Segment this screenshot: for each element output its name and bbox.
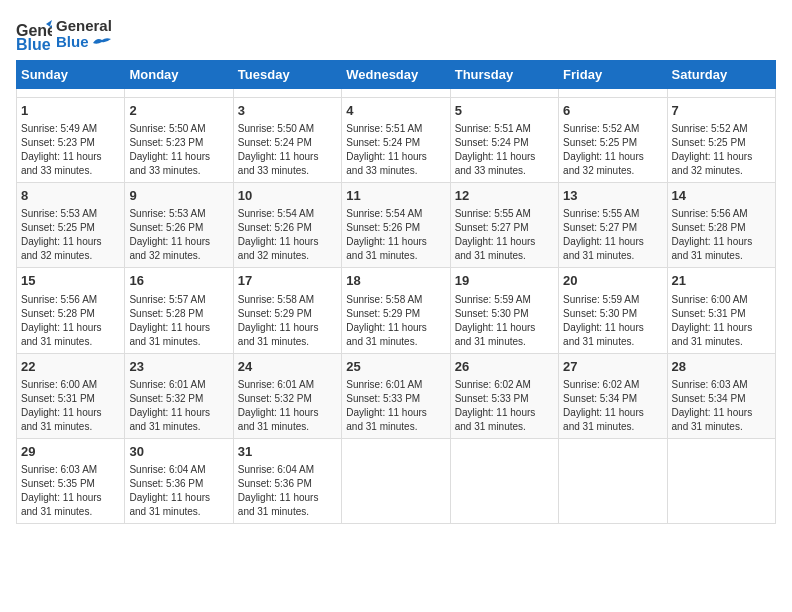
- day-number: 30: [129, 443, 228, 461]
- daylight-text: Daylight: 11 hours and 31 minutes.: [238, 321, 337, 349]
- day-number: 4: [346, 102, 445, 120]
- daylight-text: Daylight: 11 hours and 32 minutes.: [563, 150, 662, 178]
- sunrise-text: Sunrise: 5:56 AM: [672, 207, 771, 221]
- sunrise-text: Sunrise: 5:55 AM: [455, 207, 554, 221]
- sunrise-text: Sunrise: 5:55 AM: [563, 207, 662, 221]
- day-number: 18: [346, 272, 445, 290]
- day-number: 24: [238, 358, 337, 376]
- day-cell: 17Sunrise: 5:58 AMSunset: 5:29 PMDayligh…: [233, 268, 341, 353]
- sunset-text: Sunset: 5:33 PM: [455, 392, 554, 406]
- daylight-text: Daylight: 11 hours and 31 minutes.: [563, 406, 662, 434]
- logo: General Blue General Blue: [16, 16, 112, 52]
- day-cell: [559, 438, 667, 523]
- day-number: 25: [346, 358, 445, 376]
- day-number: 31: [238, 443, 337, 461]
- day-cell: 19Sunrise: 5:59 AMSunset: 5:30 PMDayligh…: [450, 268, 558, 353]
- logo-general: General: [56, 18, 112, 35]
- daylight-text: Daylight: 11 hours and 31 minutes.: [455, 235, 554, 263]
- day-cell: 10Sunrise: 5:54 AMSunset: 5:26 PMDayligh…: [233, 183, 341, 268]
- sunrise-text: Sunrise: 6:01 AM: [346, 378, 445, 392]
- day-cell: 16Sunrise: 5:57 AMSunset: 5:28 PMDayligh…: [125, 268, 233, 353]
- daylight-text: Daylight: 11 hours and 31 minutes.: [129, 491, 228, 519]
- sunrise-text: Sunrise: 5:59 AM: [455, 293, 554, 307]
- day-number: 1: [21, 102, 120, 120]
- day-number: 22: [21, 358, 120, 376]
- sunrise-text: Sunrise: 5:50 AM: [238, 122, 337, 136]
- col-header-thursday: Thursday: [450, 61, 558, 89]
- day-cell: [667, 89, 775, 98]
- week-row-4: 22Sunrise: 6:00 AMSunset: 5:31 PMDayligh…: [17, 353, 776, 438]
- daylight-text: Daylight: 11 hours and 31 minutes.: [21, 321, 120, 349]
- daylight-text: Daylight: 11 hours and 32 minutes.: [238, 235, 337, 263]
- daylight-text: Daylight: 11 hours and 32 minutes.: [129, 235, 228, 263]
- day-cell: 18Sunrise: 5:58 AMSunset: 5:29 PMDayligh…: [342, 268, 450, 353]
- day-cell: [233, 89, 341, 98]
- day-number: 29: [21, 443, 120, 461]
- day-cell: [17, 89, 125, 98]
- sunset-text: Sunset: 5:30 PM: [455, 307, 554, 321]
- sunset-text: Sunset: 5:32 PM: [238, 392, 337, 406]
- daylight-text: Daylight: 11 hours and 31 minutes.: [346, 235, 445, 263]
- day-number: 28: [672, 358, 771, 376]
- sunset-text: Sunset: 5:25 PM: [672, 136, 771, 150]
- sunrise-text: Sunrise: 5:56 AM: [21, 293, 120, 307]
- sunset-text: Sunset: 5:27 PM: [455, 221, 554, 235]
- sunset-text: Sunset: 5:36 PM: [238, 477, 337, 491]
- day-cell: [559, 89, 667, 98]
- sunset-text: Sunset: 5:25 PM: [21, 221, 120, 235]
- sunrise-text: Sunrise: 5:52 AM: [563, 122, 662, 136]
- day-number: 16: [129, 272, 228, 290]
- daylight-text: Daylight: 11 hours and 32 minutes.: [672, 150, 771, 178]
- col-header-monday: Monday: [125, 61, 233, 89]
- sunset-text: Sunset: 5:26 PM: [238, 221, 337, 235]
- daylight-text: Daylight: 11 hours and 31 minutes.: [672, 406, 771, 434]
- week-row-1: 1Sunrise: 5:49 AMSunset: 5:23 PMDaylight…: [17, 98, 776, 183]
- sunset-text: Sunset: 5:26 PM: [129, 221, 228, 235]
- day-number: 19: [455, 272, 554, 290]
- sunrise-text: Sunrise: 6:04 AM: [129, 463, 228, 477]
- day-cell: 22Sunrise: 6:00 AMSunset: 5:31 PMDayligh…: [17, 353, 125, 438]
- sunset-text: Sunset: 5:24 PM: [238, 136, 337, 150]
- bird-icon: [93, 37, 111, 49]
- daylight-text: Daylight: 11 hours and 33 minutes.: [238, 150, 337, 178]
- col-header-tuesday: Tuesday: [233, 61, 341, 89]
- sunset-text: Sunset: 5:33 PM: [346, 392, 445, 406]
- daylight-text: Daylight: 11 hours and 31 minutes.: [129, 406, 228, 434]
- day-cell: [125, 89, 233, 98]
- sunset-text: Sunset: 5:26 PM: [346, 221, 445, 235]
- day-cell: 14Sunrise: 5:56 AMSunset: 5:28 PMDayligh…: [667, 183, 775, 268]
- sunset-text: Sunset: 5:34 PM: [672, 392, 771, 406]
- daylight-text: Daylight: 11 hours and 31 minutes.: [563, 235, 662, 263]
- daylight-text: Daylight: 11 hours and 31 minutes.: [563, 321, 662, 349]
- sunset-text: Sunset: 5:36 PM: [129, 477, 228, 491]
- sunrise-text: Sunrise: 5:57 AM: [129, 293, 228, 307]
- day-cell: 25Sunrise: 6:01 AMSunset: 5:33 PMDayligh…: [342, 353, 450, 438]
- svg-text:Blue: Blue: [16, 36, 51, 52]
- sunrise-text: Sunrise: 6:04 AM: [238, 463, 337, 477]
- day-cell: 29Sunrise: 6:03 AMSunset: 5:35 PMDayligh…: [17, 438, 125, 523]
- day-cell: 6Sunrise: 5:52 AMSunset: 5:25 PMDaylight…: [559, 98, 667, 183]
- sunrise-text: Sunrise: 5:53 AM: [21, 207, 120, 221]
- header-row: SundayMondayTuesdayWednesdayThursdayFrid…: [17, 61, 776, 89]
- sunrise-text: Sunrise: 5:50 AM: [129, 122, 228, 136]
- sunset-text: Sunset: 5:31 PM: [672, 307, 771, 321]
- day-cell: 12Sunrise: 5:55 AMSunset: 5:27 PMDayligh…: [450, 183, 558, 268]
- day-cell: 26Sunrise: 6:02 AMSunset: 5:33 PMDayligh…: [450, 353, 558, 438]
- logo-icon: General Blue: [16, 16, 52, 52]
- sunset-text: Sunset: 5:29 PM: [346, 307, 445, 321]
- day-number: 26: [455, 358, 554, 376]
- day-cell: 27Sunrise: 6:02 AMSunset: 5:34 PMDayligh…: [559, 353, 667, 438]
- day-cell: [450, 89, 558, 98]
- day-cell: 5Sunrise: 5:51 AMSunset: 5:24 PMDaylight…: [450, 98, 558, 183]
- col-header-saturday: Saturday: [667, 61, 775, 89]
- daylight-text: Daylight: 11 hours and 31 minutes.: [238, 406, 337, 434]
- sunrise-text: Sunrise: 5:52 AM: [672, 122, 771, 136]
- daylight-text: Daylight: 11 hours and 33 minutes.: [129, 150, 228, 178]
- week-row-3: 15Sunrise: 5:56 AMSunset: 5:28 PMDayligh…: [17, 268, 776, 353]
- daylight-text: Daylight: 11 hours and 33 minutes.: [21, 150, 120, 178]
- sunset-text: Sunset: 5:24 PM: [346, 136, 445, 150]
- sunrise-text: Sunrise: 5:51 AM: [346, 122, 445, 136]
- day-number: 8: [21, 187, 120, 205]
- day-cell: 24Sunrise: 6:01 AMSunset: 5:32 PMDayligh…: [233, 353, 341, 438]
- day-cell: [342, 438, 450, 523]
